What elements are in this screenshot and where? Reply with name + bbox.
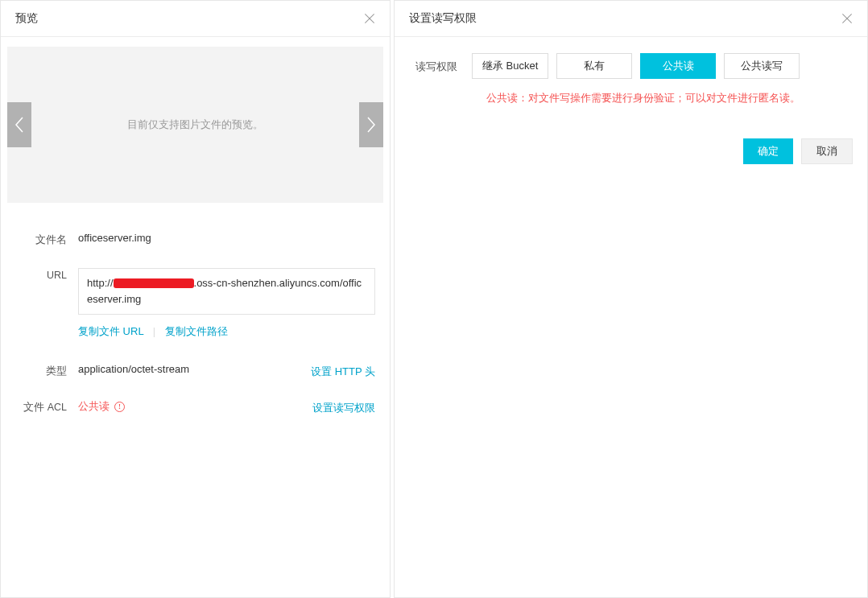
cancel-button[interactable]: 取消 — [801, 138, 853, 164]
url-box[interactable]: http://.oss-cn-shenzhen.aliyuncs.com/off… — [78, 268, 375, 315]
separator: | — [153, 325, 155, 337]
url-label: URL — [15, 268, 78, 281]
acl-option-public-read[interactable]: 公共读 — [640, 53, 716, 79]
chevron-right-icon — [366, 117, 376, 133]
redacted-segment — [114, 278, 194, 288]
preview-placeholder-text: 目前仅支持图片文件的预览。 — [127, 118, 263, 132]
set-http-header-link[interactable]: 设置 HTTP 头 — [311, 365, 375, 379]
close-icon[interactable] — [841, 13, 853, 24]
acl-form: 读写权限 继承 Bucket 私有 公共读 公共读写 公共读：对文件写操作需要进… — [395, 37, 867, 106]
action-bar: 确定 取消 — [395, 106, 867, 164]
filename-value: officeserver.img — [78, 232, 375, 244]
preview-carousel: 目前仅支持图片文件的预览。 — [7, 47, 383, 203]
copy-path-link[interactable]: 复制文件路径 — [165, 325, 228, 337]
preview-panel: 预览 目前仅支持图片文件的预览。 文件名 officeserver.img UR… — [0, 0, 391, 598]
acl-option-inherit[interactable]: 继承 Bucket — [472, 53, 548, 79]
acl-option-row: 读写权限 继承 Bucket 私有 公共读 公共读写 — [409, 53, 853, 79]
url-row: URL http://.oss-cn-shenzhen.aliyuncs.com… — [15, 268, 375, 339]
acl-panel-body: 读写权限 继承 Bucket 私有 公共读 公共读写 公共读：对文件写操作需要进… — [395, 37, 867, 597]
preview-panel-title: 预览 — [15, 11, 38, 26]
acl-panel-header: 设置读写权限 — [395, 1, 867, 37]
filename-label: 文件名 — [15, 232, 78, 247]
acl-value-text: 公共读 — [78, 399, 110, 414]
acl-label: 文件 ACL — [15, 399, 78, 414]
confirm-button[interactable]: 确定 — [743, 138, 793, 164]
type-label: 类型 — [15, 363, 78, 378]
file-info: 文件名 officeserver.img URL http://.oss-cn-… — [1, 217, 390, 414]
warning-icon: ! — [114, 402, 125, 412]
acl-form-label: 读写权限 — [409, 53, 472, 74]
copy-url-link[interactable]: 复制文件 URL — [78, 325, 143, 337]
acl-option-group: 继承 Bucket 私有 公共读 公共读写 — [472, 53, 800, 79]
close-icon[interactable] — [364, 13, 375, 24]
type-content: application/octet-stream 设置 HTTP 头 — [78, 363, 375, 375]
type-value: application/octet-stream — [78, 363, 189, 375]
url-actions: 复制文件 URL | 复制文件路径 — [78, 324, 375, 339]
chevron-left-icon — [14, 117, 24, 133]
preview-panel-header: 预览 — [1, 1, 390, 37]
acl-panel-title: 设置读写权限 — [409, 11, 477, 26]
set-acl-link[interactable]: 设置读写权限 — [312, 401, 375, 415]
acl-option-private[interactable]: 私有 — [556, 53, 632, 79]
type-row: 类型 application/octet-stream 设置 HTTP 头 — [15, 363, 375, 378]
url-content: http://.oss-cn-shenzhen.aliyuncs.com/off… — [78, 268, 375, 339]
acl-hint: 公共读：对文件写操作需要进行身份验证；可以对文件进行匿名读。 — [486, 90, 853, 106]
prev-button[interactable] — [7, 102, 31, 147]
filename-row: 文件名 officeserver.img — [15, 232, 375, 247]
acl-row: 文件 ACL 公共读 ! 设置读写权限 — [15, 399, 375, 414]
url-prefix: http:// — [87, 277, 114, 289]
preview-panel-body: 目前仅支持图片文件的预览。 文件名 officeserver.img URL h… — [1, 37, 390, 597]
acl-settings-panel: 设置读写权限 读写权限 继承 Bucket 私有 公共读 公共读写 公共读：对文… — [394, 0, 868, 598]
next-button[interactable] — [359, 102, 383, 147]
acl-option-public-rw[interactable]: 公共读写 — [724, 53, 800, 79]
acl-value: 公共读 ! — [78, 399, 125, 414]
acl-content: 公共读 ! 设置读写权限 — [78, 399, 375, 414]
